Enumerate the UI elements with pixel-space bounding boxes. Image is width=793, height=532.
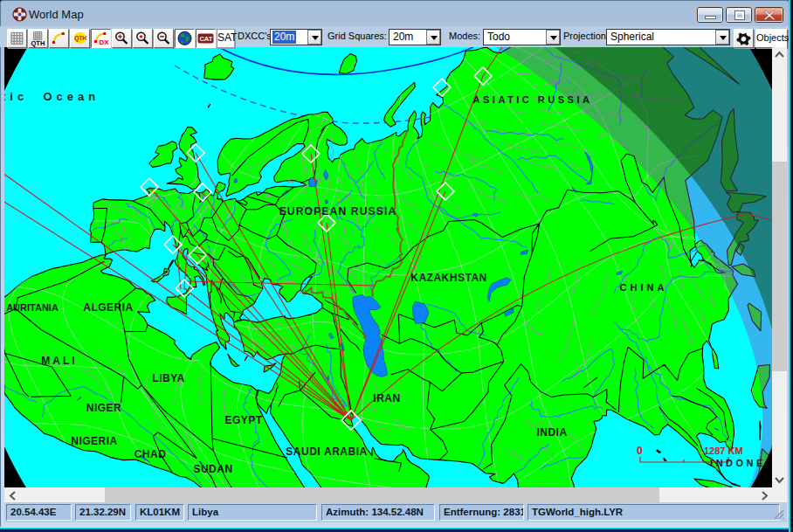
- svg-text:QTH: QTH: [31, 39, 45, 47]
- svg-text:QTH: QTH: [74, 35, 86, 42]
- svg-text:MALI: MALI: [41, 355, 77, 367]
- svg-text:0: 0: [637, 445, 643, 457]
- svg-text:KAZAKHSTAN: KAZAKHSTAN: [410, 272, 486, 284]
- svg-text:LIBYA: LIBYA: [152, 372, 184, 384]
- svg-text:CAT: CAT: [199, 35, 212, 43]
- svg-text:DX: DX: [100, 38, 110, 46]
- svg-text:NIGERIA: NIGERIA: [71, 435, 118, 447]
- svg-text:CHAD: CHAD: [134, 448, 167, 460]
- svg-text:1287 KM: 1287 KM: [704, 446, 743, 456]
- svg-text:EUROPEAN RUSSIA: EUROPEAN RUSSIA: [279, 205, 397, 218]
- svg-text:AURITANIA: AURITANIA: [6, 302, 59, 313]
- svg-text:SUDAN: SUDAN: [193, 463, 232, 475]
- svg-text:INDONE: INDONE: [710, 458, 766, 468]
- svg-text:SAUDI ARABIA: SAUDI ARABIA: [286, 446, 367, 458]
- svg-text:IRAN: IRAN: [373, 392, 400, 404]
- svg-text:tic Ocean: tic Ocean: [4, 90, 100, 103]
- svg-text:NIGER: NIGER: [86, 402, 122, 414]
- svg-text:CHINA: CHINA: [620, 282, 668, 293]
- svg-text:INDIA: INDIA: [536, 426, 567, 439]
- svg-text:ALGERIA: ALGERIA: [83, 301, 134, 314]
- svg-text:ASIATIC RUSSIA: ASIATIC RUSSIA: [473, 94, 593, 105]
- svg-text:EGYPT: EGYPT: [224, 414, 262, 426]
